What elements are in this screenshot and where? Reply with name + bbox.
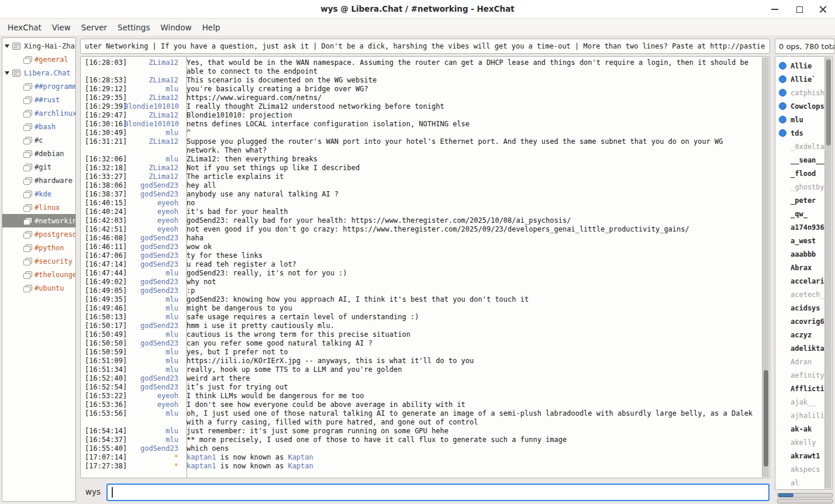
menu-item-server[interactable]: Server [76, 20, 112, 35]
tree-item-libera-chat[interactable]: Libera.Chat [2, 66, 75, 80]
chat-scrollbar[interactable] [762, 57, 769, 477]
user-list-item[interactable]: al [775, 476, 824, 489]
tree-item--c[interactable]: #c [2, 133, 75, 147]
user-list-item[interactable]: mlu [775, 113, 824, 126]
tree-item--git[interactable]: #git [2, 160, 75, 174]
topic-input[interactable] [80, 39, 770, 54]
chat-nick[interactable]: mlu [124, 295, 182, 304]
chat-nick[interactable]: godSend23 [124, 339, 182, 348]
user-list-item[interactable]: _0xdelta [775, 140, 824, 153]
chat-nick[interactable]: ZLima12 [124, 76, 182, 85]
user-list-item[interactable]: catphish [775, 86, 824, 99]
user-list-item[interactable]: adeliktas [775, 341, 824, 355]
chat-nick[interactable]: godSend23 [124, 260, 182, 269]
tree-item-xing-hai-zhan[interactable]: Xing-Hai-Zhan [2, 39, 75, 53]
tree-item--security[interactable]: #security [2, 254, 75, 268]
user-list-item[interactable]: accelario [775, 274, 824, 288]
chat-nick[interactable]: mlu [124, 129, 182, 137]
user-list-item[interactable]: Allie [775, 59, 824, 73]
tree-item--rust[interactable]: ##rust [2, 93, 75, 106]
user-list-item[interactable]: acetech_ [775, 288, 824, 301]
chat-nick[interactable]: mlu [124, 155, 182, 164]
chat-nick[interactable]: ZLima12 [124, 94, 182, 102]
tree-item--kde[interactable]: #kde [2, 187, 75, 201]
chat-nick[interactable]: godSend23 [124, 383, 182, 392]
message-link[interactable]: https://www.theregister.com/2025/09/23/d… [343, 225, 689, 233]
tree-item--postgresql[interactable]: #postgresql [2, 227, 75, 241]
menu-item-settings[interactable]: Settings [112, 20, 155, 35]
chat-nick[interactable]: mlu [124, 348, 182, 357]
chat-nick[interactable]: mlu [124, 409, 182, 427]
chat-nick[interactable]: mlu [124, 85, 182, 94]
chat-nick[interactable]: godSend23 [124, 181, 182, 190]
chat-nick[interactable]: ZLima12 [124, 137, 182, 155]
tree-item--thelounge[interactable]: #thelounge [2, 268, 75, 281]
chat-nick[interactable]: Blondie101010 [124, 102, 182, 111]
chat-nick[interactable]: mlu [124, 304, 182, 313]
chat-nick[interactable]: Blondie101010 [124, 120, 182, 129]
chat-nick[interactable]: mlu [124, 269, 182, 278]
chat-nick[interactable]: godSend23 [124, 286, 182, 295]
tree-item--python[interactable]: #python [2, 241, 75, 254]
menu-item-window[interactable]: Window [155, 20, 196, 35]
user-list-item[interactable]: ak-ak [775, 422, 824, 436]
user-list-item[interactable]: acovrig60 [775, 315, 824, 328]
tree-item--ubuntu[interactable]: #ubuntu [2, 281, 75, 295]
user-list-item[interactable]: a_west [775, 234, 824, 247]
user-list-item[interactable]: _ghostbyte [775, 180, 824, 194]
message-link[interactable]: https://www.theregister.com/2025/10/08/a… [351, 216, 571, 225]
user-list-item[interactable]: Allie` [775, 73, 824, 86]
message-input[interactable] [106, 484, 770, 501]
tree-item--linux[interactable]: #linux [2, 201, 75, 214]
user-list-item[interactable]: acidsys [775, 301, 824, 315]
user-list-item[interactable]: _qw_ [775, 207, 824, 220]
menu-item-view[interactable]: View [47, 20, 76, 35]
chat-nick[interactable]: godSend23 [124, 190, 182, 199]
tree-item--networking[interactable]: #networking [2, 214, 75, 227]
chat-nick[interactable]: godSend23 [124, 374, 182, 383]
maximize-button[interactable] [789, 2, 809, 16]
chat-nick[interactable]: mlu [124, 427, 182, 436]
user-list-scrollbar[interactable] [824, 57, 831, 489]
user-list-item[interactable]: Adran [775, 355, 824, 368]
chat-nick[interactable]: ZLima12 [124, 58, 182, 76]
message-link[interactable]: https://iili.io/KOrIErX.jpg [187, 357, 301, 365]
message-link[interactable]: https://www.wireguard.com/netns/ [187, 94, 322, 102]
user-list-item[interactable]: aaabbb [775, 247, 824, 261]
chat-nick[interactable]: eyeoh [124, 401, 182, 409]
chat-nick[interactable]: godSend23 [124, 322, 182, 330]
tree-item--debian[interactable]: #debian [2, 147, 75, 160]
rename-new-nick[interactable]: Kaptan [288, 453, 313, 461]
user-list-item[interactable]: tds [775, 126, 824, 140]
user-list-item[interactable]: Cowclops` [775, 99, 824, 113]
user-list-item[interactable]: _flood [775, 167, 824, 180]
chat-nick[interactable]: eyeoh [124, 225, 182, 234]
chat-nick[interactable]: mlu [124, 313, 182, 322]
expander-icon[interactable] [5, 44, 9, 48]
chat-nick[interactable]: eyeoh [124, 392, 182, 401]
minimize-button[interactable] [765, 2, 785, 16]
chat-nick[interactable]: mlu [124, 330, 182, 339]
user-list-item[interactable]: aczyz [775, 328, 824, 341]
chat-nick[interactable]: mlu [124, 357, 182, 365]
user-list-item[interactable]: _peter [775, 194, 824, 207]
chat-scrollbar-handle[interactable] [764, 370, 768, 467]
user-list-item[interactable]: akelly [775, 436, 824, 449]
user-list-item[interactable]: akrawt1 [775, 449, 824, 462]
chat-nick[interactable]: ZLima12 [124, 172, 182, 181]
rename-old-nick[interactable]: kaptan1 [187, 462, 216, 470]
menu-item-hexchat[interactable]: HexChat [2, 20, 47, 35]
chat-nick[interactable]: godSend23 [124, 234, 182, 243]
user-list-item[interactable]: ajak__ [775, 395, 824, 409]
menu-item-help[interactable]: Help [197, 20, 226, 35]
chat-nick[interactable]: eyeoh [124, 199, 182, 208]
chat-nick[interactable]: eyeoh [124, 216, 182, 225]
tree-item--bash[interactable]: #bash [2, 120, 75, 133]
user-list-item[interactable]: __sean__ [775, 153, 824, 167]
user-list-item[interactable]: akspecs [775, 462, 824, 476]
user-list-item[interactable]: Abrax [775, 261, 824, 274]
expander-icon[interactable] [5, 71, 9, 75]
user-list-item[interactable]: aefinity [775, 368, 824, 382]
event-star[interactable]: * [124, 453, 182, 462]
tree-item--archlinux[interactable]: #archlinux [2, 106, 75, 120]
